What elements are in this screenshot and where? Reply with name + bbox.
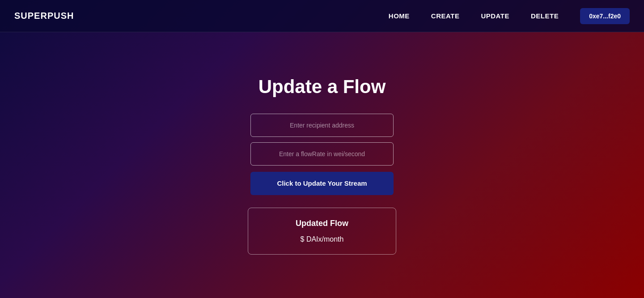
nav-update[interactable]: UPDATE bbox=[481, 12, 509, 20]
nav-home[interactable]: HOME bbox=[389, 12, 410, 20]
navbar: SUPERPUSH HOME CREATE UPDATE DELETE 0xe7… bbox=[0, 0, 644, 32]
nav-delete[interactable]: DELETE bbox=[531, 12, 559, 20]
main-content: Update a Flow Click to Update Your Strea… bbox=[0, 32, 644, 298]
result-card: Updated Flow $ DAIx/month bbox=[248, 208, 396, 255]
nav-links: HOME CREATE UPDATE DELETE 0xe7...f2e0 bbox=[389, 8, 630, 24]
result-title: Updated Flow bbox=[296, 219, 348, 228]
brand-logo: SUPERPUSH bbox=[14, 11, 74, 21]
recipient-address-input[interactable] bbox=[250, 114, 394, 137]
result-value: $ DAIx/month bbox=[301, 235, 344, 243]
nav-create[interactable]: CREATE bbox=[431, 12, 460, 20]
page-title: Update a Flow bbox=[258, 76, 386, 98]
flowrate-input[interactable] bbox=[250, 142, 394, 166]
update-form: Click to Update Your Stream bbox=[250, 114, 394, 195]
update-stream-button[interactable]: Click to Update Your Stream bbox=[250, 172, 394, 195]
wallet-button[interactable]: 0xe7...f2e0 bbox=[580, 8, 630, 24]
